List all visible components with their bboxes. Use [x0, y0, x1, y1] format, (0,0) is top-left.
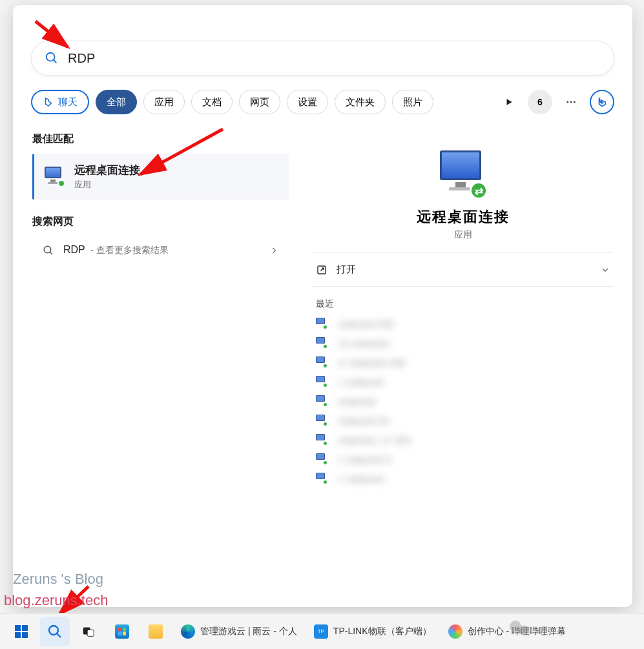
filter-apps[interactable]: 应用: [143, 90, 185, 114]
store-icon: [115, 624, 129, 639]
results-area: 最佳匹配 远程桌面连接 应用 搜索网页 RDP - 查看更多搜索结果: [13, 123, 632, 607]
rdc-mini-icon: [316, 318, 327, 329]
recent-item-label: redacted 09: [338, 415, 389, 426]
open-action[interactable]: 打开: [316, 263, 356, 276]
bing-button[interactable]: [590, 90, 614, 114]
svg-rect-11: [22, 632, 28, 638]
rdc-app-icon: [45, 167, 65, 187]
more-button[interactable]: [559, 90, 583, 114]
recent-item-label: redacted .27 000: [338, 435, 411, 446]
edge-icon: [181, 624, 195, 639]
rdc-mini-icon: [316, 415, 327, 426]
start-button[interactable]: [6, 617, 36, 646]
recent-item[interactable]: redacted .27 000: [316, 434, 613, 446]
filter-folders[interactable]: 文件夹: [335, 90, 386, 114]
play-icon: [504, 98, 514, 107]
rdc-mini-icon: [316, 395, 327, 407]
recent-item-label: s redacted 9: [338, 454, 391, 465]
svg-line-6: [50, 252, 52, 254]
recent-item[interactable]: m redacted 498: [316, 356, 613, 368]
wechat-overlay-icon: [508, 617, 531, 640]
web-hint: - 查看更多搜索结果: [90, 245, 169, 255]
recent-item[interactable]: 1 redacted: [316, 376, 613, 387]
details-title: 远程桌面连接: [313, 207, 613, 227]
rdc-mini-icon: [316, 434, 327, 446]
filter-settings[interactable]: 设置: [287, 90, 328, 114]
chevron-down-icon[interactable]: [600, 265, 610, 275]
recent-item-label: 1 redacted: [338, 376, 384, 387]
open-external-icon: [316, 264, 327, 276]
filter-apps-label: 应用: [154, 96, 174, 108]
filter-chat-label: 聊天: [58, 96, 78, 108]
play-button[interactable]: [497, 90, 521, 114]
recent-list: redacted 000 19 redacted m redacted 498 …: [313, 318, 613, 484]
watermark-blog-url: blog.zeruns.tech: [4, 592, 108, 609]
search-input[interactable]: [68, 51, 601, 66]
result-meta: 远程桌面连接 应用: [74, 163, 140, 191]
search-icon: [43, 245, 54, 256]
recent-item[interactable]: 1 redacted: [316, 473, 613, 484]
results-left-column: 最佳匹配 远程桌面连接 应用 搜索网页 RDP - 查看更多搜索结果: [13, 123, 294, 607]
recent-item[interactable]: s redacted 9: [316, 453, 613, 465]
task-view-button[interactable]: [74, 617, 103, 646]
filter-row: 聊天 全部 应用 文档 网页 设置 文件夹 照片 6: [13, 86, 632, 123]
search-box[interactable]: [31, 41, 614, 76]
windows-search-panel: 聊天 全部 应用 文档 网页 设置 文件夹 照片 6 最佳匹配: [13, 5, 632, 607]
svg-point-2: [566, 101, 568, 103]
file-explorer-button[interactable]: [141, 617, 171, 646]
bing-icon: [596, 96, 608, 108]
search-taskbar-button[interactable]: [40, 617, 70, 646]
filter-chat[interactable]: 聊天: [31, 90, 89, 114]
folder-icon: [149, 624, 163, 639]
recent-item-label: redacted 000: [338, 318, 395, 329]
svg-rect-10: [15, 632, 21, 638]
search-icon: [45, 51, 59, 65]
best-match-result[interactable]: 远程桌面连接 应用: [32, 154, 289, 200]
recent-item[interactable]: redacted: [316, 395, 613, 407]
filter-web[interactable]: 网页: [239, 90, 280, 114]
details-actions: 打开: [313, 253, 613, 287]
taskbar-app-bilibili[interactable]: 创作中心 - 哔哩哔哩弹幕: [442, 617, 572, 646]
svg-point-3: [570, 101, 572, 103]
details-subtitle: 应用: [313, 229, 613, 241]
search-icon: [47, 624, 63, 639]
filter-folders-label: 文件夹: [346, 96, 375, 108]
taskbar-app-edge[interactable]: 管理游戏云 | 雨云 - 个人: [174, 617, 304, 646]
rdc-mini-icon: [316, 376, 327, 387]
recent-item-label: m redacted 498: [338, 357, 405, 368]
filter-all[interactable]: 全部: [96, 90, 137, 114]
tplink-icon: TP: [314, 624, 328, 639]
svg-rect-9: [22, 625, 28, 631]
recent-item-label: 19 redacted: [338, 338, 389, 349]
taskbar-app-tplink[interactable]: TP TP-LINK物联（客户端）: [307, 617, 438, 646]
bilibili-icon: [448, 624, 462, 639]
taskbar-app-label: 管理游戏云 | 雨云 - 个人: [200, 626, 297, 637]
svg-rect-15: [87, 630, 94, 636]
web-search-row[interactable]: RDP - 查看更多搜索结果: [32, 236, 289, 264]
web-query: RDP: [63, 244, 85, 255]
badge-count: 6: [537, 97, 543, 107]
chevron-right-icon: [269, 246, 278, 255]
best-match-header: 最佳匹配: [32, 132, 294, 146]
rdc-mini-icon: [316, 473, 327, 484]
recent-item[interactable]: 19 redacted: [316, 337, 613, 349]
filter-docs-label: 文档: [202, 96, 222, 108]
svg-point-4: [574, 101, 576, 103]
filter-docs[interactable]: 文档: [191, 90, 233, 114]
recent-item[interactable]: redacted 09: [316, 415, 613, 426]
result-title: 远程桌面连接: [74, 163, 140, 178]
details-header: ⇄ 远程桌面连接 应用: [313, 131, 613, 253]
rdc-mini-icon: [316, 453, 327, 465]
filter-photos-label: 照片: [403, 96, 422, 108]
taskbar: 管理游戏云 | 雨云 - 个人 TP TP-LINK物联（客户端） 创作中心 -…: [0, 613, 644, 649]
filter-photos[interactable]: 照片: [392, 90, 433, 114]
more-icon: [565, 96, 577, 108]
ms-store-button[interactable]: [107, 617, 137, 646]
svg-point-12: [49, 626, 58, 635]
svg-rect-8: [15, 625, 21, 631]
notification-badge[interactable]: 6: [528, 90, 552, 114]
svg-point-5: [44, 246, 51, 253]
recent-item[interactable]: redacted 000: [316, 318, 613, 329]
rdc-app-icon-large: ⇄: [437, 150, 489, 202]
rdc-mini-icon: [316, 337, 327, 349]
